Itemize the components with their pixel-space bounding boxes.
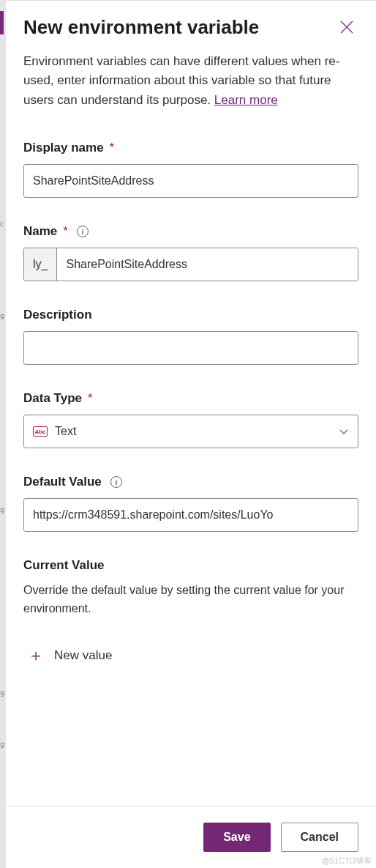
edge-tick: ɡ <box>0 311 5 320</box>
watermark: @51CTO博客 <box>322 856 372 867</box>
cancel-button[interactable]: Cancel <box>281 823 358 852</box>
description-input[interactable] <box>23 331 358 365</box>
panel-body: New environment variable Environment var… <box>6 1 376 806</box>
field-name: Name * i ly_ <box>23 224 358 281</box>
description-label: Description <box>23 308 358 322</box>
info-icon[interactable]: i <box>110 476 122 488</box>
required-star: * <box>88 391 93 406</box>
data-type-select[interactable]: Abc Text <box>23 415 358 448</box>
required-star: * <box>63 224 68 239</box>
default-value-label: Default Value i <box>23 475 358 489</box>
text-type-icon: Abc <box>33 426 48 437</box>
required-star: * <box>110 141 115 155</box>
close-icon <box>340 21 353 34</box>
label-text: Default Value <box>23 475 102 489</box>
new-value-label: New value <box>54 648 112 663</box>
data-type-label: Data Type * <box>23 391 358 406</box>
display-name-label: Display name * <box>23 141 358 155</box>
edge-tick: ɡ <box>0 740 5 749</box>
intro-body: Environment variables can have different… <box>23 54 339 107</box>
learn-more-link[interactable]: Learn more <box>214 93 278 107</box>
current-value-description: Override the default value by setting th… <box>23 582 358 618</box>
plus-icon: ＋ <box>28 648 44 664</box>
accent-strip <box>0 11 4 34</box>
edge-tick: ɡ <box>0 505 5 514</box>
name-prefix: ly_ <box>24 248 57 281</box>
name-label: Name * i <box>23 224 358 239</box>
label-text: Name <box>23 224 57 239</box>
label-text: Data Type <box>23 391 82 406</box>
field-current-value: Current Value Override the default value… <box>23 558 358 669</box>
display-name-input[interactable] <box>23 164 358 198</box>
label-text: Current Value <box>23 558 105 573</box>
info-icon[interactable]: i <box>77 226 89 237</box>
name-input[interactable] <box>57 248 358 281</box>
chevron-down-icon <box>339 426 349 437</box>
label-text: Display name <box>23 141 104 155</box>
current-value-label: Current Value <box>23 558 358 573</box>
label-text: Description <box>23 308 92 322</box>
background-edge <box>0 0 6 868</box>
name-input-group: ly_ <box>23 248 358 281</box>
save-button[interactable]: Save <box>203 823 270 852</box>
close-button[interactable] <box>335 15 358 39</box>
edge-tick: ɡ <box>0 689 5 697</box>
data-type-value: Text <box>55 425 339 438</box>
intro-text: Environment variables can have different… <box>23 52 358 110</box>
new-value-button[interactable]: ＋ New value <box>23 642 358 669</box>
field-data-type: Data Type * Abc Text <box>23 391 358 448</box>
panel: New environment variable Environment var… <box>6 0 376 868</box>
field-display-name: Display name * <box>23 141 358 198</box>
default-value-input[interactable] <box>23 498 358 532</box>
field-default-value: Default Value i <box>23 475 358 532</box>
edge-tick: c <box>0 220 5 229</box>
panel-footer: Save Cancel @51CTO博客 <box>6 806 376 868</box>
page-title: New environment variable <box>23 16 259 39</box>
field-description: Description <box>23 308 358 365</box>
panel-header: New environment variable <box>23 15 358 39</box>
